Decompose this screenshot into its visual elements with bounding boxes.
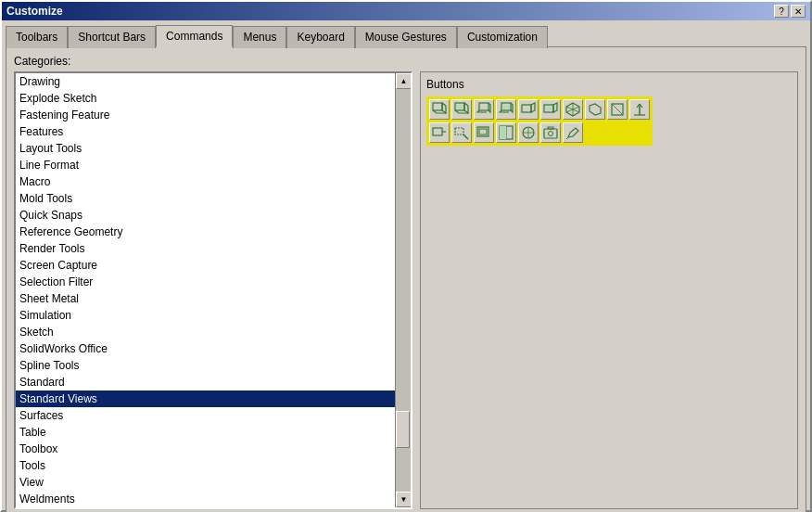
categories-label: Categories:	[14, 55, 798, 68]
list-item-selected[interactable]: Standard Views	[16, 390, 395, 407]
icon-dimetric-view[interactable]	[607, 99, 628, 120]
customize-window: Customize ? ✕ Toolbars Shortcut Bars Com…	[0, 0, 812, 512]
scroll-thumb[interactable]	[396, 411, 410, 448]
list-box[interactable]: Drawing Explode Sketch Fastening Feature…	[14, 71, 412, 509]
list-item[interactable]: Sheet Metal	[16, 290, 395, 307]
list-container: Drawing Explode Sketch Fastening Feature…	[14, 71, 412, 509]
scrollbar-vertical[interactable]: ▲ ▼	[395, 73, 411, 507]
buttons-label: Buttons	[426, 78, 792, 91]
icon-zoom-to-selection[interactable]	[451, 122, 472, 143]
icon-pencil[interactable]	[563, 122, 583, 143]
list-item[interactable]: Table	[16, 424, 395, 441]
tabs-row: Toolbars Shortcut Bars Commands Menus Ke…	[6, 24, 806, 46]
svg-marker-13	[590, 104, 601, 115]
icon-buttons-container	[426, 96, 653, 146]
title-bar-buttons: ? ✕	[774, 5, 806, 18]
list-item[interactable]: Quick Snaps	[16, 207, 395, 224]
tab-shortcut-bars[interactable]: Shortcut Bars	[68, 26, 156, 48]
list-item[interactable]: Line Format	[16, 157, 395, 173]
svg-point-33	[549, 132, 553, 136]
svg-rect-28	[500, 126, 506, 139]
svg-rect-25	[479, 129, 487, 134]
svg-rect-34	[548, 127, 553, 129]
categories-list[interactable]: Drawing Explode Sketch Fastening Feature…	[16, 73, 395, 507]
icon-row-2	[429, 122, 583, 143]
list-item[interactable]: Fastening Feature	[16, 107, 395, 123]
list-item[interactable]: Mold Tools	[16, 190, 395, 207]
tab-content: Categories: Drawing Explode Sketch Faste…	[6, 46, 806, 512]
buttons-panel: Buttons	[420, 71, 798, 509]
tab-toolbars[interactable]: Toolbars	[6, 26, 68, 48]
icon-trimetric-view[interactable]	[585, 99, 605, 120]
title-bar: Customize ? ✕	[2, 2, 810, 20]
list-item[interactable]: Features	[16, 123, 395, 140]
icon-right-view[interactable]	[496, 99, 516, 120]
list-item[interactable]: Surfaces	[16, 407, 395, 424]
icon-previous-view[interactable]	[474, 122, 494, 143]
icon-section-view[interactable]	[496, 122, 516, 143]
svg-rect-32	[544, 129, 557, 138]
help-button[interactable]: ?	[774, 5, 789, 18]
svg-rect-22	[455, 128, 463, 134]
close-button[interactable]: ✕	[791, 5, 806, 18]
list-item[interactable]: View	[16, 474, 395, 491]
list-item[interactable]: Screen Capture	[16, 257, 395, 274]
list-item[interactable]: Explode Sketch	[16, 90, 395, 107]
dialog-content: Toolbars Shortcut Bars Commands Menus Ke…	[2, 20, 810, 512]
svg-rect-8	[546, 107, 552, 110]
icon-left-view[interactable]	[474, 99, 494, 120]
list-item[interactable]: Toolbox	[16, 441, 395, 457]
svg-line-23	[463, 134, 468, 139]
tab-mouse-gestures[interactable]: Mouse Gestures	[355, 26, 457, 48]
list-item[interactable]: Drawing	[16, 73, 395, 90]
svg-rect-6	[522, 105, 531, 112]
scroll-up-button[interactable]: ▲	[396, 73, 412, 89]
icon-top-view[interactable]	[518, 99, 539, 120]
list-item[interactable]: Sketch	[16, 324, 395, 340]
scroll-down-button[interactable]: ▼	[396, 492, 412, 507]
list-item[interactable]: Reference Geometry	[16, 224, 395, 240]
icon-zoom-to-fit[interactable]	[429, 122, 450, 143]
list-item[interactable]: Selection Filter	[16, 274, 395, 290]
list-item[interactable]: Render Tools	[16, 240, 395, 257]
window-title: Customize	[6, 5, 63, 18]
icon-front-view[interactable]	[429, 99, 450, 120]
icon-view-selector[interactable]	[518, 122, 539, 143]
tab-customization[interactable]: Customization	[457, 26, 548, 48]
svg-rect-20	[433, 128, 442, 135]
svg-line-35	[566, 137, 568, 139]
icon-camera[interactable]	[540, 122, 561, 143]
icon-normal-to-view[interactable]	[629, 99, 650, 120]
buttons-group: Buttons	[420, 71, 798, 509]
svg-rect-3	[479, 103, 488, 110]
svg-rect-0	[433, 103, 442, 110]
list-item[interactable]: Weldments	[16, 491, 395, 507]
list-item[interactable]: Macro	[16, 173, 395, 190]
icon-back-view[interactable]	[451, 99, 472, 120]
list-item[interactable]: SolidWorks Office	[16, 340, 395, 357]
icon-row-1	[429, 99, 650, 120]
tab-keyboard[interactable]: Keyboard	[286, 26, 354, 48]
list-item[interactable]: Tools	[16, 457, 395, 474]
list-item[interactable]: Spline Tools	[16, 357, 395, 374]
scroll-track[interactable]	[396, 89, 411, 492]
list-item[interactable]: Standard	[16, 374, 395, 390]
list-item[interactable]: Layout Tools	[16, 140, 395, 157]
svg-line-15	[612, 104, 623, 115]
icon-bottom-view[interactable]	[540, 99, 561, 120]
icon-isometric-view[interactable]	[563, 99, 583, 120]
svg-rect-2	[457, 105, 463, 109]
list-item[interactable]: Simulation	[16, 307, 395, 324]
main-area: Drawing Explode Sketch Fastening Feature…	[14, 71, 798, 509]
tab-commands[interactable]: Commands	[156, 25, 233, 47]
tab-menus[interactable]: Menus	[233, 26, 286, 48]
svg-rect-5	[503, 105, 509, 109]
